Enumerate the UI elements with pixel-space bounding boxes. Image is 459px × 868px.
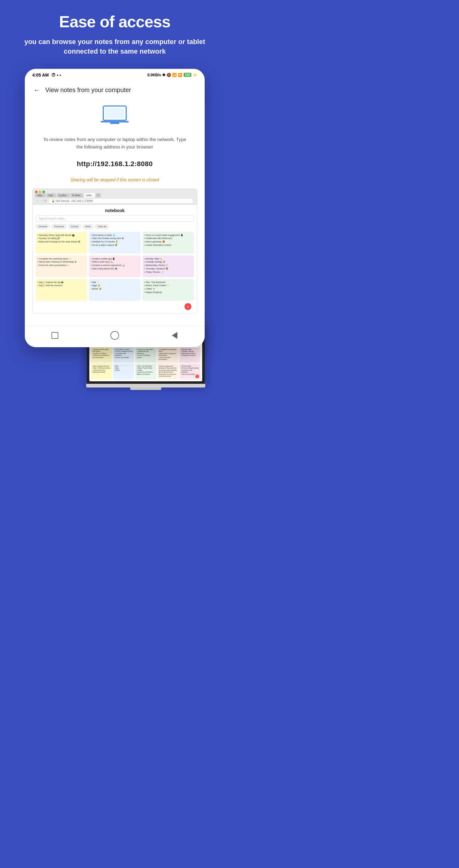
note-card[interactable]: • Create a mobile app 📱 • Write a short …	[89, 255, 141, 277]
filter-general[interactable]: General	[36, 224, 50, 229]
note-card[interactable]: • Monday: Math 📐 • Tuesday: Biology 🧬 • …	[142, 255, 194, 277]
status-time: 4:05 AM ⏱ ▪ ▪	[32, 72, 61, 78]
maximize-dot	[42, 191, 45, 193]
svg-rect-3	[110, 122, 119, 124]
laptop-icon	[101, 103, 129, 126]
sharing-warning: Sharing will be stopped if this screen i…	[33, 177, 196, 182]
svg-rect-1	[105, 108, 124, 118]
notes-grid: • Saturday: Movie night with friends 🎬 •…	[36, 232, 194, 301]
browser-tab-add: +	[95, 193, 101, 197]
refresh-nav[interactable]: ↻	[44, 199, 47, 202]
status-bar: 4:05 AM ⏱ ▪ ▪ 0.0KB/s ✱ 🔕 📶 🛜 100 ⚡	[25, 69, 205, 80]
nav-square-button[interactable]	[51, 331, 59, 340]
phone-nav-bar	[25, 326, 205, 347]
nav-home-button[interactable]	[111, 331, 119, 340]
laptop-notes-grid: • Saturday: Movie night with friends• Su…	[91, 347, 200, 363]
note-card[interactable]: • Saturday: Movie night with friends 🎬 •…	[36, 232, 87, 254]
browser-tabs: ulau.. nop.. G pho.. G dow.. note.. +	[35, 193, 194, 197]
close-dot	[35, 191, 37, 193]
minimize-dot	[39, 191, 41, 193]
nav-back-button[interactable]	[170, 331, 179, 340]
browser-controls	[35, 191, 194, 193]
browser-tab: G dow..	[70, 193, 84, 197]
laptop-note[interactable]: • Milk• Eggs• Bread	[113, 364, 134, 379]
laptop-note[interactable]: • Saturday: Movie night with friends• Su…	[91, 347, 112, 363]
laptop-note[interactable]: • Focus on social media• Collaborate wit…	[135, 347, 156, 363]
filter-viewall[interactable]: View all	[95, 224, 109, 229]
browser-tab: G pho..	[57, 193, 70, 197]
browser-tab: nop..	[46, 193, 56, 197]
laptop-note[interactable]: • Complete the marketing report• Attend …	[157, 347, 178, 363]
note-card[interactable]: • Focus on social media engagement 📱 • C…	[142, 232, 194, 254]
note-card[interactable]: • Drink plenty of water 💧 • Take short b…	[89, 232, 141, 254]
phone-screen: ← View notes from your computer To revie…	[25, 80, 205, 326]
search-bar-web[interactable]: Type to search notes...	[36, 215, 194, 222]
laptop-note[interactable]: Today's meeting was productive! Discusse…	[157, 364, 178, 379]
note-card[interactable]: • Title: "The Alchemist" • Author: Paulo…	[142, 279, 194, 301]
forward-nav[interactable]: →	[40, 199, 44, 202]
laptop-note[interactable]: • Monday: Math• Tuesday: Biology• Wednes…	[180, 347, 200, 363]
browser-tab: ulau..	[35, 193, 45, 197]
page-subtitle: you can browse your notes from any compu…	[16, 37, 214, 56]
screen-title: View notes from your computer	[45, 87, 131, 94]
notebook-web-title: notebook	[36, 208, 194, 213]
network-address: http://192.168.1.2:8080	[33, 160, 196, 168]
laptop-note[interactable]: • Drink plenty of water• 20 mins strengt…	[113, 347, 134, 363]
filter-personal[interactable]: Personal	[51, 224, 67, 229]
phone-mockup: 4:05 AM ⏱ ▪ ▪ 0.0KB/s ✱ 🔕 📶 🛜 100 ⚡ ← Vi…	[25, 69, 205, 347]
back-button[interactable]: ←	[33, 86, 40, 94]
status-icons: 0.0KB/s ✱ 🔕 📶 🛜 100 ⚡	[147, 73, 197, 77]
browser-chrome: ulau.. nop.. G pho.. G dow.. note.. + ← …	[33, 189, 197, 205]
fab-button[interactable]: +	[185, 303, 191, 310]
laptop-base	[86, 384, 205, 388]
browser-screenshot: ulau.. nop.. G pho.. G dow.. note.. + ← …	[32, 188, 197, 313]
laptop-notes-grid-2: • Day 1: Explore the city• Day 2: Visit …	[91, 364, 200, 379]
note-card[interactable]: • Day 1: Explore the city 🏙 • Day 2: Vis…	[36, 279, 87, 301]
laptop-note[interactable]: • Day 1: Explore the city• Day 2: Visit …	[91, 364, 112, 379]
description-text: To review notes from any computer or lap…	[33, 136, 196, 151]
laptop-icon-container	[33, 103, 196, 126]
back-nav[interactable]: ←	[35, 199, 40, 202]
laptop-note[interactable]: • Title: "The Alchemist"• Author: Paulo …	[135, 364, 156, 379]
note-card[interactable]: • Milk 🥛 • Eggs 🥚 • Bread 🍞	[89, 279, 141, 301]
page-title: Ease of access	[59, 12, 171, 31]
filter-tabs: General Personal School Work View all	[36, 224, 194, 229]
filter-school[interactable]: School	[68, 224, 81, 229]
laptop-note[interactable]: • 20 min cardio• 20 mins strength traini…	[180, 364, 200, 379]
notebook-web-app: notebook Type to search notes... General…	[33, 205, 197, 313]
laptop-stand	[130, 388, 161, 390]
address-bar[interactable]: 🔒 Not Secure 192.168.1.2:8080	[49, 199, 192, 203]
note-card[interactable]: • Complete the marketing report 📈 • Atte…	[36, 255, 87, 277]
screen-header: ← View notes from your computer	[33, 86, 196, 94]
svg-rect-2	[101, 121, 129, 122]
laptop-fab[interactable]: +	[195, 374, 199, 378]
filter-work[interactable]: Work	[83, 224, 94, 229]
browser-tab-active: note..	[84, 193, 95, 197]
